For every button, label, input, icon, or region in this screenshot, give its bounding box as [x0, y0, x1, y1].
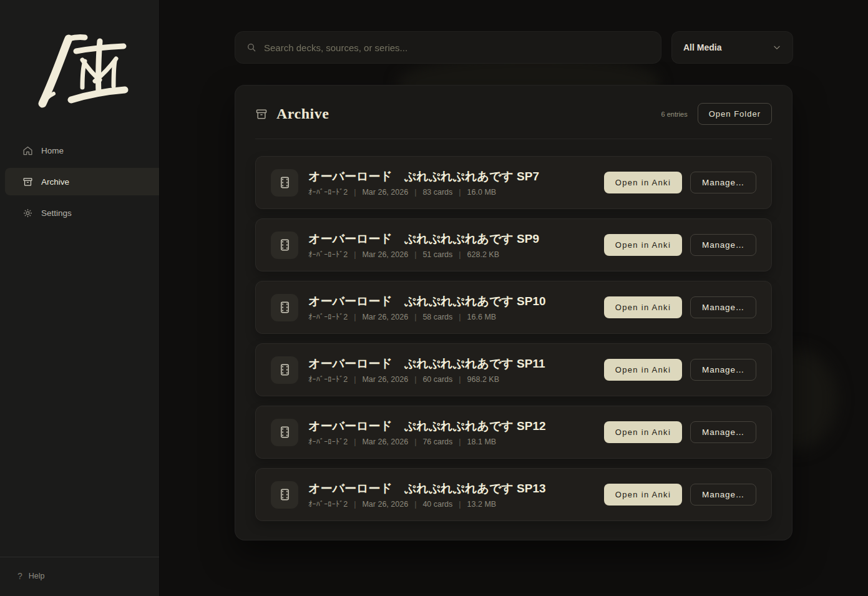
entry-text: オーバーロード ぷれぷれぷれあです SP7 ｵｰﾊﾞｰﾛｰﾄﾞ2 | Mar 2…: [308, 169, 594, 197]
open-in-anki-button[interactable]: Open in Anki: [604, 421, 682, 443]
app-logo: [0, 0, 159, 133]
sidebar-item-label: Settings: [41, 208, 72, 218]
film-strip-icon: [278, 488, 291, 501]
entry-series: ｵｰﾊﾞｰﾛｰﾄﾞ2: [308, 313, 348, 321]
entry-date: Mar 26, 2026: [362, 250, 408, 259]
sidebar-item-archive[interactable]: Archive: [5, 168, 159, 195]
entry-meta: ｵｰﾊﾞｰﾛｰﾄﾞ2 | Mar 26, 2026 | 60 cards | 9…: [308, 375, 594, 384]
open-folder-button[interactable]: Open Folder: [698, 103, 772, 125]
entry-file-size: 16.6 MB: [467, 313, 497, 321]
sidebar-item-settings[interactable]: Settings: [5, 199, 159, 227]
meta-separator: |: [414, 188, 416, 197]
deck-thumbnail: [271, 481, 298, 509]
entry-actions: Open in Anki Manage…: [604, 234, 756, 256]
question-mark-icon: ?: [17, 571, 22, 581]
entry-card-count: 40 cards: [422, 500, 452, 509]
meta-separator: |: [354, 437, 356, 446]
film-strip-icon: [278, 426, 291, 439]
open-in-anki-button[interactable]: Open in Anki: [604, 359, 682, 381]
entry-card-count: 83 cards: [422, 188, 452, 197]
entry-meta: ｵｰﾊﾞｰﾛｰﾄﾞ2 | Mar 26, 2026 | 40 cards | 1…: [308, 500, 594, 509]
meta-separator: |: [459, 500, 461, 509]
meta-separator: |: [414, 500, 416, 509]
archive-header: Archive 6 entries Open Folder: [255, 85, 772, 139]
media-filter-value: All Media: [683, 42, 721, 52]
sidebar-item-home[interactable]: Home: [5, 137, 159, 164]
open-in-anki-button[interactable]: Open in Anki: [604, 172, 682, 193]
entry-file-size: 16.0 MB: [467, 188, 497, 197]
entry-text: オーバーロード ぷれぷれぷれあです SP13 ｵｰﾊﾞｰﾛｰﾄﾞ2 | Mar …: [308, 481, 594, 509]
archive-entry-row: オーバーロード ぷれぷれぷれあです SP10 ｵｰﾊﾞｰﾛｰﾄﾞ2 | Mar …: [255, 281, 772, 334]
film-strip-icon: [278, 301, 291, 314]
entry-text: オーバーロード ぷれぷれぷれあです SP12 ｵｰﾊﾞｰﾛｰﾄﾞ2 | Mar …: [308, 418, 594, 446]
archive-box-icon: [22, 177, 33, 187]
entry-actions: Open in Anki Manage…: [604, 359, 756, 381]
entry-meta: ｵｰﾊﾞｰﾛｰﾄﾞ2 | Mar 26, 2026 | 51 cards | 6…: [308, 250, 594, 259]
archive-entry-row: オーバーロード ぷれぷれぷれあです SP7 ｵｰﾊﾞｰﾛｰﾄﾞ2 | Mar 2…: [255, 156, 772, 209]
sidebar-footer: ? Help: [0, 557, 159, 596]
entry-meta: ｵｰﾊﾞｰﾛｰﾄﾞ2 | Mar 26, 2026 | 83 cards | 1…: [308, 188, 594, 197]
entry-card-count: 60 cards: [422, 375, 452, 384]
sidebar: Home Archive Settings ? Help: [0, 0, 160, 596]
search-input[interactable]: [264, 42, 650, 53]
archive-entry-row: オーバーロード ぷれぷれぷれあです SP11 ｵｰﾊﾞｰﾛｰﾄﾞ2 | Mar …: [255, 343, 772, 396]
entry-card-count: 51 cards: [422, 250, 452, 259]
entry-date: Mar 26, 2026: [362, 437, 408, 446]
entry-title: オーバーロード ぷれぷれぷれあです SP9: [308, 231, 594, 247]
help-link[interactable]: ? Help: [17, 571, 142, 581]
entry-text: オーバーロード ぷれぷれぷれあです SP9 ｵｰﾊﾞｰﾛｰﾄﾞ2 | Mar 2…: [308, 231, 594, 259]
manage-button[interactable]: Manage…: [690, 359, 756, 381]
archive-entry-list: オーバーロード ぷれぷれぷれあです SP7 ｵｰﾊﾞｰﾛｰﾄﾞ2 | Mar 2…: [235, 139, 792, 540]
main-content: All Media Archive 6 entries Open Folder: [160, 0, 868, 596]
entries-count: 6 entries: [661, 110, 688, 118]
home-icon: [22, 145, 33, 156]
entry-series: ｵｰﾊﾞｰﾛｰﾄﾞ2: [308, 437, 348, 446]
help-label: Help: [29, 572, 45, 580]
archive-box-icon: [255, 108, 268, 120]
meta-separator: |: [459, 437, 461, 446]
entry-date: Mar 26, 2026: [362, 188, 408, 197]
entry-date: Mar 26, 2026: [362, 500, 408, 509]
deck-thumbnail: [271, 232, 298, 259]
meta-separator: |: [354, 500, 356, 509]
deck-thumbnail: [271, 356, 298, 384]
entry-title: オーバーロード ぷれぷれぷれあです SP7: [308, 169, 594, 185]
entry-series: ｵｰﾊﾞｰﾛｰﾄﾞ2: [308, 250, 348, 259]
entry-title: オーバーロード ぷれぷれぷれあです SP11: [308, 356, 594, 372]
deck-thumbnail: [271, 169, 298, 197]
film-strip-icon: [278, 238, 291, 252]
meta-separator: |: [414, 250, 416, 259]
entry-title: オーバーロード ぷれぷれぷれあです SP12: [308, 418, 594, 434]
open-in-anki-button[interactable]: Open in Anki: [604, 484, 682, 506]
film-strip-icon: [278, 176, 291, 189]
deck-thumbnail: [271, 419, 298, 446]
manage-button[interactable]: Manage…: [690, 484, 756, 506]
meta-separator: |: [459, 375, 461, 384]
archive-header-right: 6 entries Open Folder: [661, 103, 772, 125]
gear-icon: [22, 208, 33, 218]
manage-button[interactable]: Manage…: [690, 172, 756, 193]
manage-button[interactable]: Manage…: [690, 234, 756, 256]
page-title: Archive: [276, 105, 329, 122]
meta-separator: |: [354, 250, 356, 259]
entry-file-size: 18.1 MB: [467, 437, 497, 446]
entry-text: オーバーロード ぷれぷれぷれあです SP11 ｵｰﾊﾞｰﾛｰﾄﾞ2 | Mar …: [308, 356, 594, 384]
media-filter-dropdown[interactable]: All Media: [671, 31, 793, 64]
manage-button[interactable]: Manage…: [690, 421, 756, 443]
meta-separator: |: [414, 313, 416, 321]
meta-separator: |: [354, 313, 356, 321]
entry-title: オーバーロード ぷれぷれぷれあです SP10: [308, 293, 594, 310]
meta-separator: |: [459, 188, 461, 197]
archive-entry-row: オーバーロード ぷれぷれぷれあです SP12 ｵｰﾊﾞｰﾛｰﾄﾞ2 | Mar …: [255, 406, 772, 459]
sidebar-item-label: Archive: [41, 177, 69, 187]
sidebar-nav: Home Archive Settings: [0, 133, 159, 230]
entry-file-size: 628.2 KB: [467, 250, 499, 259]
deck-thumbnail: [271, 294, 298, 321]
open-in-anki-button[interactable]: Open in Anki: [604, 234, 682, 256]
manage-button[interactable]: Manage…: [690, 296, 756, 318]
entry-date: Mar 26, 2026: [362, 375, 408, 384]
open-in-anki-button[interactable]: Open in Anki: [604, 296, 682, 318]
entry-date: Mar 26, 2026: [362, 313, 408, 321]
meta-separator: |: [354, 375, 356, 384]
chevron-down-icon: [773, 43, 781, 52]
